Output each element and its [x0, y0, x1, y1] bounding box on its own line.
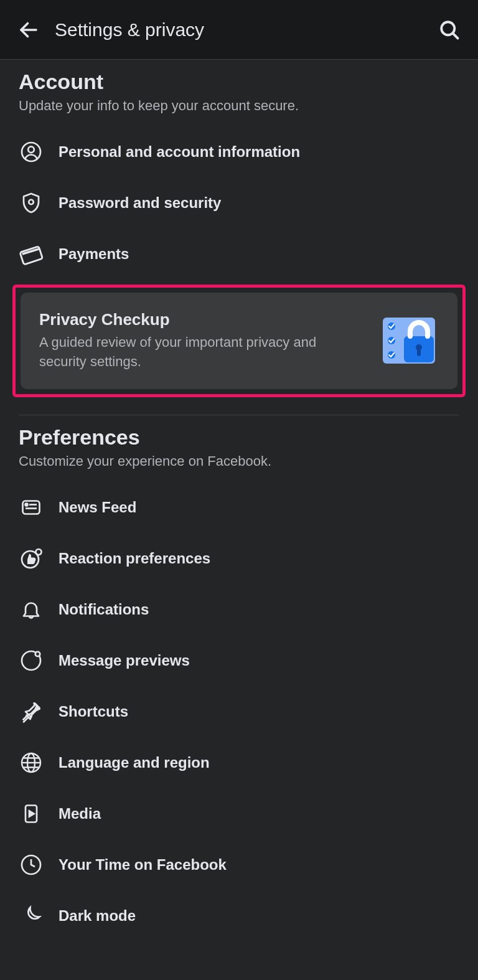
arrow-left-icon: [17, 19, 40, 41]
row-personal-info[interactable]: Personal and account information: [19, 126, 459, 177]
svg-rect-15: [23, 501, 40, 514]
account-title: Account: [19, 70, 459, 94]
account-section: Account Update your info to keep your ac…: [0, 60, 478, 280]
svg-line-2: [453, 33, 458, 38]
row-shortcuts[interactable]: Shortcuts: [19, 686, 459, 737]
row-media[interactable]: Media: [19, 788, 459, 839]
privacy-checkup-title: Privacy Checkup: [39, 310, 367, 329]
row-your-time[interactable]: Your Time on Facebook: [19, 839, 459, 890]
preferences-subtitle: Customize your experience on Facebook.: [19, 453, 459, 469]
preferences-section: Preferences Customize your experience on…: [0, 415, 478, 941]
media-icon: [19, 801, 44, 826]
row-news-feed[interactable]: News Feed: [19, 482, 459, 533]
page-title: Settings & privacy: [55, 19, 436, 40]
svg-marker-28: [29, 811, 34, 816]
privacy-checkup-subtitle: A guided review of your important privac…: [39, 333, 367, 372]
moon-icon: [19, 903, 44, 928]
person-icon: [19, 139, 44, 164]
row-notifications[interactable]: Notifications: [19, 584, 459, 635]
svg-point-22: [35, 651, 40, 656]
row-label: Language and region: [59, 754, 210, 771]
pin-icon: [19, 699, 44, 724]
back-button[interactable]: [15, 16, 42, 44]
row-message-previews[interactable]: Message previews: [19, 635, 459, 686]
search-button[interactable]: [436, 16, 463, 44]
row-dark-mode[interactable]: Dark mode: [19, 890, 459, 941]
row-label: Reaction preferences: [59, 550, 210, 567]
row-label: Password and security: [59, 194, 221, 212]
like-icon: [19, 546, 44, 571]
row-label: Personal and account information: [59, 143, 300, 161]
card-text: Privacy Checkup A guided review of your …: [39, 310, 367, 372]
svg-point-20: [36, 549, 42, 555]
row-label: Shortcuts: [59, 703, 128, 720]
row-label: News Feed: [59, 499, 136, 516]
credit-card-icon: [19, 242, 44, 266]
clock-icon: [19, 852, 44, 877]
message-icon: [19, 648, 44, 673]
globe-icon: [19, 750, 44, 775]
svg-point-4: [28, 146, 34, 153]
row-label: Media: [59, 805, 101, 822]
svg-rect-14: [417, 349, 421, 356]
svg-point-16: [26, 503, 28, 506]
row-payments[interactable]: Payments: [19, 229, 459, 280]
privacy-checkup-highlight: Privacy Checkup A guided review of your …: [12, 285, 466, 397]
row-label: Message previews: [59, 652, 190, 669]
row-label: Dark mode: [59, 907, 136, 925]
bell-icon: [19, 597, 44, 622]
preferences-title: Preferences: [19, 425, 459, 450]
privacy-checkup-card[interactable]: Privacy Checkup A guided review of your …: [21, 293, 457, 389]
privacy-checkup-illustration-icon: [379, 314, 439, 367]
content: Account Update your info to keep your ac…: [0, 60, 478, 941]
row-label: Notifications: [59, 601, 149, 618]
search-icon: [438, 19, 461, 41]
account-subtitle: Update your info to keep your account se…: [19, 98, 459, 114]
news-feed-icon: [19, 495, 44, 520]
row-label: Payments: [59, 245, 129, 263]
row-language-region[interactable]: Language and region: [19, 737, 459, 788]
app-header: Settings & privacy: [0, 0, 478, 60]
svg-point-5: [29, 200, 34, 205]
row-password-security[interactable]: Password and security: [19, 177, 459, 229]
row-reaction-preferences[interactable]: Reaction preferences: [19, 533, 459, 584]
shield-icon: [19, 191, 44, 215]
row-label: Your Time on Facebook: [59, 856, 227, 874]
